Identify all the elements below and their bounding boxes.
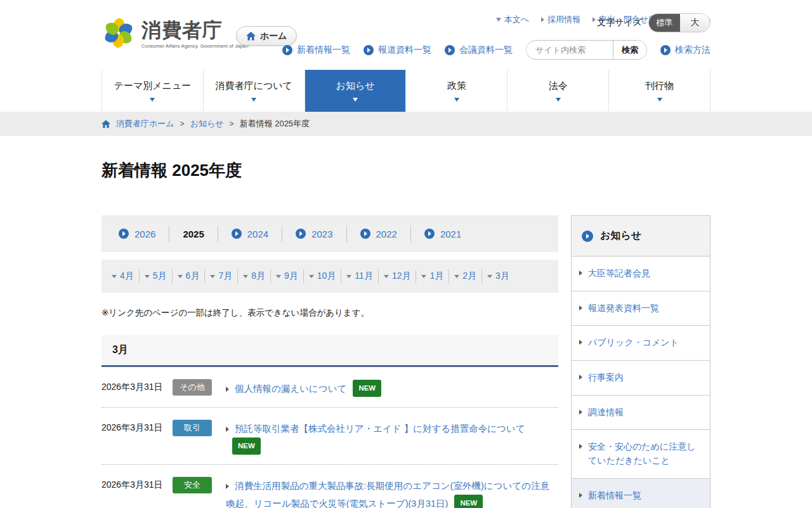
nav-item[interactable]: お知らせ xyxy=(304,70,406,112)
news-link[interactable]: 預託等取引業者【株式会社リア・エイド 】に対する措置命令について xyxy=(235,424,525,434)
news-row: 2026年3月31日 その他 個人情報の漏えいについてNEW xyxy=(102,367,558,408)
font-size-large-button[interactable]: 大 xyxy=(680,14,710,32)
year-tab[interactable]: 2023 xyxy=(282,225,346,242)
year-tab-label: 2022 xyxy=(376,229,397,239)
nav-item[interactable]: テーマ別メニュー xyxy=(102,70,203,112)
nav-item[interactable]: 消費者庁について xyxy=(203,70,304,112)
arrow-circle-icon xyxy=(119,229,129,239)
arrow-circle-icon xyxy=(582,231,593,242)
chevron-down-icon xyxy=(145,275,150,278)
news-link[interactable]: 消費生活用製品の重大製品事故:長期使用のエアコン(室外機)についての注意喚起、リ… xyxy=(226,481,549,508)
breadcrumb-separator: > xyxy=(230,119,234,128)
month-link[interactable]: 2月 xyxy=(449,269,482,283)
arrow-circle-icon xyxy=(445,45,455,55)
sidebar-item-label: 大臣等記者会見 xyxy=(588,267,650,281)
arrow-circle-icon xyxy=(282,45,292,55)
breadcrumb-link[interactable]: お知らせ xyxy=(190,118,224,130)
chevron-down-icon xyxy=(454,98,459,102)
quick-link[interactable]: 新着情報一覧 xyxy=(282,44,350,56)
chevron-down-icon xyxy=(276,275,281,278)
month-link[interactable]: 11月 xyxy=(341,269,379,283)
sidebar-item[interactable]: パブリック・コメント xyxy=(572,325,710,360)
year-tab-label: 2026 xyxy=(134,229,155,239)
sidebar-item[interactable]: 行事案内 xyxy=(572,360,710,395)
nav-item[interactable]: 政策 xyxy=(405,70,507,112)
sidebar-item[interactable]: 報道発表資料一覧 xyxy=(572,291,710,326)
month-link[interactable]: 1月 xyxy=(416,269,449,283)
nav-item[interactable]: 法令 xyxy=(507,70,608,112)
search-input[interactable] xyxy=(527,45,613,55)
breadcrumb: 消費者庁ホーム > お知らせ > 新着情報 2025年度 xyxy=(102,112,710,136)
agency-logo[interactable]: 消費者庁 Consumer Affairs Agency, Government… xyxy=(102,14,249,55)
chevron-down-icon xyxy=(454,275,459,278)
nav-item[interactable]: 刊行物 xyxy=(608,70,710,112)
chevron-right-icon xyxy=(579,375,582,380)
month-link-label: 8月 xyxy=(251,271,265,282)
year-tab[interactable]: 2024 xyxy=(218,225,282,242)
chevron-down-icon xyxy=(556,98,561,102)
search-button[interactable]: 検索 xyxy=(613,41,646,59)
header-quick-links: 新着情報一覧 報道資料一覧 会議資料一覧 検索 xyxy=(282,40,710,60)
year-tab[interactable]: 2025 xyxy=(169,225,218,242)
news-list: 2026年3月31日 その他 個人情報の漏えいについてNEW 2026年3月31… xyxy=(102,367,558,508)
month-link[interactable]: 8月 xyxy=(238,269,271,283)
sidebar-header[interactable]: お知らせ xyxy=(572,216,710,256)
chevron-down-icon xyxy=(210,275,215,278)
utility-link[interactable]: 本文へ xyxy=(496,14,529,25)
month-link[interactable]: 6月 xyxy=(173,269,206,283)
month-links: 4月 5月 6月 7月 8月 xyxy=(102,260,558,293)
month-link[interactable]: 5月 xyxy=(140,269,173,283)
quick-link[interactable]: 報道資料一覧 xyxy=(363,44,431,56)
breadcrumb-link-label: お知らせ xyxy=(190,118,224,130)
home-icon xyxy=(246,32,256,41)
utility-link-label: 採用情報 xyxy=(547,14,580,25)
month-link[interactable]: 7月 xyxy=(205,269,238,283)
utility-link[interactable]: 採用情報 xyxy=(541,14,580,25)
chevron-down-icon xyxy=(251,98,256,102)
nav-item-label: 政策 xyxy=(447,80,466,92)
month-link[interactable]: 3月 xyxy=(482,269,514,283)
month-link[interactable]: 10月 xyxy=(304,269,342,283)
month-link[interactable]: 9月 xyxy=(271,269,304,283)
chevron-down-icon xyxy=(243,275,248,278)
sidebar-item-label: 行事案内 xyxy=(588,371,624,385)
news-row: 2026年3月31日 取引 預託等取引業者【株式会社リア・エイド 】に対する措置… xyxy=(102,408,558,465)
year-tab[interactable]: 2021 xyxy=(411,225,475,242)
month-link[interactable]: 4月 xyxy=(107,269,140,283)
search-help-label: 検索方法 xyxy=(675,44,710,56)
news-link[interactable]: 個人情報の漏えいについて xyxy=(235,384,346,394)
year-tab-label: 2025 xyxy=(183,229,204,239)
breadcrumb-link[interactable]: 消費者庁ホーム xyxy=(116,118,174,130)
sidebar-item-label: 調達情報 xyxy=(588,406,624,420)
new-badge: NEW xyxy=(454,495,483,508)
chevron-right-icon xyxy=(579,444,582,449)
sidebar-item[interactable]: 新着情報一覧 xyxy=(572,478,710,508)
news-date: 2026年3月31日 xyxy=(102,477,173,491)
chevron-right-icon xyxy=(541,17,544,22)
year-tab[interactable]: 2026 xyxy=(105,225,169,242)
month-link-label: 6月 xyxy=(186,271,200,282)
new-badge: NEW xyxy=(232,438,261,455)
month-link-label: 10月 xyxy=(317,271,336,282)
arrow-circle-icon xyxy=(660,45,671,55)
sidebar-item[interactable]: 大臣等記者会見 xyxy=(572,256,710,291)
agency-name-en: Consumer Affairs Agency, Government of J… xyxy=(141,43,249,49)
quick-link[interactable]: 会議資料一覧 xyxy=(445,44,513,56)
month-link-label: 7月 xyxy=(218,271,232,282)
main-content: 2026 2025 2024 2023 xyxy=(102,215,558,508)
sidebar-item[interactable]: 安全・安心のために注意していただきたいこと xyxy=(572,429,710,478)
category-badge: 安全 xyxy=(173,477,212,493)
sidebar-item[interactable]: 調達情報 xyxy=(572,395,710,430)
year-tab[interactable]: 2022 xyxy=(347,225,411,242)
month-link-label: 12月 xyxy=(392,271,411,282)
chevron-right-icon xyxy=(593,17,596,22)
arrow-circle-icon xyxy=(360,229,370,239)
sidebar-item-label: 新着情報一覧 xyxy=(588,489,641,503)
chevron-right-icon xyxy=(579,493,582,498)
font-size-standard-button[interactable]: 標準 xyxy=(649,14,680,32)
search-help-link[interactable]: 検索方法 xyxy=(660,44,710,56)
home-icon xyxy=(102,120,110,128)
sidebar-title: お知らせ xyxy=(600,229,641,243)
month-link[interactable]: 12月 xyxy=(379,269,417,283)
month-link-label: 2月 xyxy=(462,271,476,282)
